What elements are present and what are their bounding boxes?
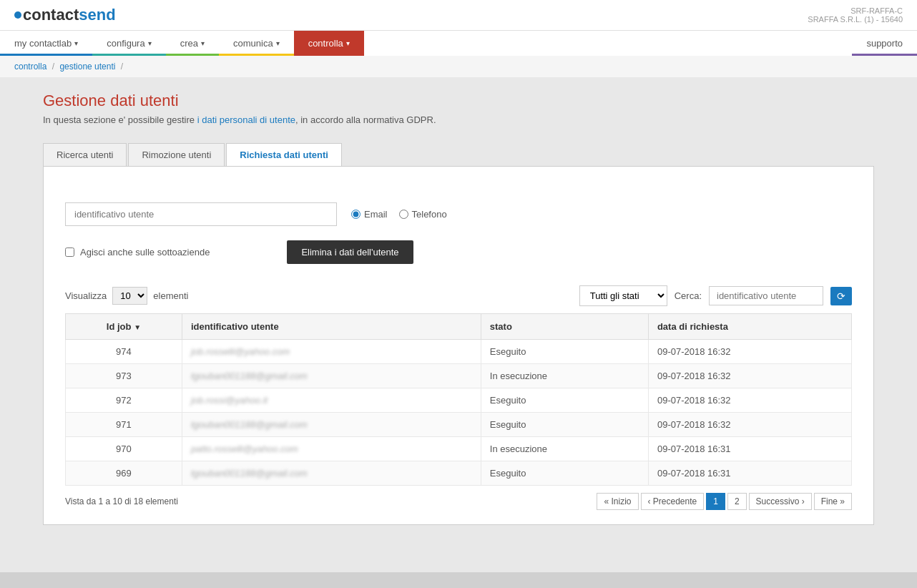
elementi-label: elementi: [153, 290, 188, 301]
col-identificativo-utente: identificativo utente: [182, 314, 481, 340]
cell-email: job.rosselli@yahoo.com: [182, 340, 481, 364]
radio-telefono[interactable]: [399, 210, 408, 219]
pagination-row: Vista da 1 a 10 di 18 elementi « Inizio …: [65, 493, 852, 510]
table-row: 971 tgouban001188@gmail.com Eseguito 09-…: [66, 413, 852, 437]
table-row: 972 job.rossi@yahoo.it Eseguito 09-07-20…: [66, 388, 852, 413]
radio-group: Email Telefono: [351, 209, 447, 220]
page-first[interactable]: « Inizio: [597, 493, 638, 510]
page-last[interactable]: Fine »: [814, 493, 852, 510]
logo-contact: contact: [23, 6, 79, 24]
per-page-select[interactable]: 10 25 50: [112, 287, 147, 305]
cell-data: 09-07-2018 16:31: [648, 437, 851, 461]
page-subtitle: In questa sezione e' possibile gestire i…: [43, 114, 874, 125]
user-id-input[interactable]: [65, 202, 337, 226]
cell-email: tgouban001188@gmail.com: [182, 461, 481, 486]
checkbox-row: Agisci anche sulle sottoaziende Elimina …: [65, 240, 852, 264]
tab-rimozione-utenti[interactable]: Rimozione utenti: [128, 143, 225, 166]
tab-ricerca-utenti[interactable]: Ricerca utenti: [43, 143, 127, 166]
cell-id: 971: [66, 413, 182, 437]
nav-item-crea[interactable]: crea ▾: [166, 31, 219, 56]
cerca-input[interactable]: [709, 286, 823, 305]
table-row: 974 job.rosselli@yahoo.com Eseguito 09-0…: [66, 340, 852, 364]
radio-email[interactable]: [351, 210, 361, 219]
logo-dot: [14, 11, 21, 19]
cell-data: 09-07-2018 16:32: [648, 364, 851, 388]
cell-stato: Eseguito: [481, 413, 648, 437]
page-2[interactable]: 2: [727, 493, 747, 510]
cell-email: patto.rosselli@yahoo.com: [182, 437, 481, 461]
data-table: Id job ▼ identificativo utente stato dat…: [65, 313, 852, 486]
stato-filter-select[interactable]: Tutti gli stati Eseguito In esecuzione: [579, 285, 667, 306]
sort-icon: ▼: [134, 323, 141, 331]
cell-id: 973: [66, 364, 182, 388]
cell-data: 09-07-2018 16:32: [648, 413, 851, 437]
pagination: « Inizio ‹ Precedente 1 2 Successivo › F…: [597, 493, 852, 510]
chevron-down-icon: ▾: [148, 39, 152, 47]
sottoaziende-checkbox[interactable]: [65, 248, 74, 257]
subtitle-link[interactable]: i dati personali di utente: [197, 114, 295, 125]
top-bar: contactsend SRF-RAFFA-C SRAFFA S.R.L. (1…: [0, 0, 917, 31]
nav-item-configura[interactable]: configura ▾: [92, 31, 165, 56]
top-right-info: SRF-RAFFA-C SRAFFA S.R.L. (1) - 15640: [808, 6, 903, 24]
col-id-job[interactable]: Id job ▼: [66, 314, 182, 340]
nav-item-my-contactlab[interactable]: my contactlab ▾: [0, 31, 92, 56]
logo-send: send: [79, 6, 115, 24]
radio-email-label[interactable]: Email: [351, 209, 388, 220]
breadcrumb: controlla / gestione utenti /: [0, 56, 917, 77]
cell-data: 09-07-2018 16:31: [648, 461, 851, 486]
cell-email: tgouban001188@gmail.com: [182, 413, 481, 437]
table-body: 974 job.rosselli@yahoo.com Eseguito 09-0…: [66, 340, 852, 486]
nav-bar: my contactlab ▾ configura ▾ crea ▾ comun…: [0, 31, 917, 56]
chevron-down-icon: ▾: [201, 39, 205, 47]
nav-item-comunica[interactable]: comunica ▾: [219, 31, 294, 56]
cell-id: 974: [66, 340, 182, 364]
page-prev[interactable]: ‹ Precedente: [641, 493, 705, 510]
col-stato: stato: [481, 314, 648, 340]
cell-id: 972: [66, 388, 182, 413]
cell-id: 970: [66, 437, 182, 461]
cell-stato: Eseguito: [481, 340, 648, 364]
page-1[interactable]: 1: [706, 493, 725, 510]
page-next[interactable]: Successivo ›: [749, 493, 812, 510]
cell-stato: Eseguito: [481, 461, 648, 486]
chevron-down-icon: ▾: [74, 39, 78, 47]
table-row: 970 patto.rosselli@yahoo.com In esecuzio…: [66, 437, 852, 461]
logo: contactsend: [14, 6, 116, 24]
nav-item-supporto[interactable]: supporto: [852, 31, 917, 56]
table-row: 969 tgouban001188@gmail.com Eseguito 09-…: [66, 461, 852, 486]
chevron-down-icon: ▾: [346, 39, 350, 47]
col-data-richiesta: data di richiesta: [648, 314, 851, 340]
breadcrumb-controlla[interactable]: controlla: [14, 62, 46, 72]
cell-stato: In esecuzione: [481, 437, 648, 461]
cell-stato: In esecuzione: [481, 364, 648, 388]
refresh-button[interactable]: ⟳: [830, 287, 852, 305]
chevron-down-icon: ▾: [276, 39, 280, 47]
cell-data: 09-07-2018 16:32: [648, 388, 851, 413]
cell-id: 969: [66, 461, 182, 486]
top-right-line2: SRAFFA S.R.L. (1) - 15640: [808, 15, 903, 24]
main-content: Gestione dati utenti In questa sezione e…: [0, 77, 917, 572]
nav-item-controlla[interactable]: controlla ▾: [294, 31, 364, 56]
sottoaziende-label[interactable]: Agisci anche sulle sottoaziende: [80, 247, 210, 258]
table-header-row: Id job ▼ identificativo utente stato dat…: [66, 314, 852, 340]
pagination-info: Vista da 1 a 10 di 18 elementi: [65, 496, 178, 506]
top-right-line1: SRF-RAFFA-C: [808, 6, 903, 15]
cerca-label: Cerca:: [675, 290, 702, 301]
cell-stato: Eseguito: [481, 388, 648, 413]
cell-email: tgouban001188@gmail.com: [182, 364, 481, 388]
tab-richiesta-dati-utenti[interactable]: Richiesta dati utenti: [226, 143, 342, 166]
visualizza-control: Visualizza 10 25 50 elementi: [65, 287, 188, 305]
form-row-main: Email Telefono: [65, 202, 852, 226]
delete-button[interactable]: Elimina i dati dell'utente: [287, 240, 413, 264]
page-title: Gestione dati utenti: [43, 92, 874, 110]
tab-bar: Ricerca utenti Rimozione utenti Richiest…: [43, 143, 874, 166]
content-panel: Email Telefono Agisci anche sulle sottoa…: [43, 166, 874, 525]
radio-telefono-label[interactable]: Telefono: [399, 209, 447, 220]
table-right-controls: Tutti gli stati Eseguito In esecuzione C…: [579, 285, 852, 306]
cell-data: 09-07-2018 16:32: [648, 340, 851, 364]
page-header: Gestione dati utenti In questa sezione e…: [43, 77, 874, 132]
table-controls: Visualizza 10 25 50 elementi Tutti gli s…: [65, 285, 852, 306]
visualizza-label: Visualizza: [65, 290, 107, 301]
breadcrumb-gestione-utenti[interactable]: gestione utenti: [59, 62, 115, 72]
cell-email: job.rossi@yahoo.it: [182, 388, 481, 413]
